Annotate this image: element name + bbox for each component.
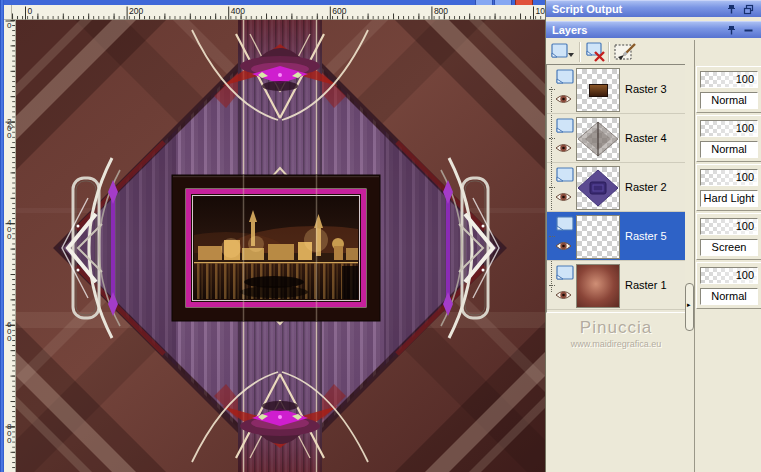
raster-layer-icon [556, 167, 575, 183]
ruler-label: 0 [7, 23, 14, 30]
layer-link-stub [549, 89, 555, 90]
opacity-slider[interactable]: 100 [700, 218, 758, 235]
script-output-title: Script Output [552, 3, 622, 15]
chevron-right-icon: ▸ [687, 301, 691, 308]
ruler-label: 400 [7, 220, 14, 240]
edit-selection-icon[interactable] [612, 41, 638, 63]
layer-controls-raster5: 100 Screen [696, 213, 761, 260]
raster-layer-icon [556, 265, 575, 281]
opacity-slider[interactable]: 100 [700, 169, 758, 186]
image-window: 0 200 400 600 800 1000 [0, 0, 546, 472]
ruler-label: 600 [7, 322, 14, 342]
layer-name: Raster 2 [625, 181, 667, 193]
blend-mode-dropdown[interactable]: Normal [700, 141, 758, 158]
opacity-value: 100 [736, 122, 754, 134]
layer-controls-raster1: 100 Normal [696, 262, 761, 309]
canvas-artwork[interactable] [16, 20, 545, 472]
collapse-icon[interactable] [743, 25, 754, 36]
layer-link-stub [549, 285, 555, 286]
watermark-site: www.maidiregrafica.eu [546, 339, 686, 349]
visibility-eye-icon[interactable] [555, 93, 572, 105]
visibility-eye-icon[interactable] [555, 240, 572, 252]
blend-mode-dropdown[interactable]: Normal [700, 92, 758, 109]
layer-row-raster2[interactable]: Raster 2 [547, 163, 685, 212]
raster-layer-icon [556, 118, 575, 134]
layer-link-stub [549, 236, 555, 237]
new-layer-icon[interactable] [549, 41, 575, 63]
svg-text:0: 0 [28, 6, 33, 16]
raster-layer-icon [556, 69, 575, 85]
layer-row-raster5-selected[interactable]: Raster 5 [547, 212, 685, 261]
visibility-eye-icon[interactable] [555, 142, 572, 154]
svg-text:800: 800 [434, 6, 448, 16]
layer-controls-raster2: 100 Hard Light [696, 164, 761, 211]
ruler-corner [4, 5, 12, 20]
layers-titlebar[interactable]: Layers [546, 21, 761, 38]
ruler-label: 800 [7, 424, 14, 444]
svg-text:600: 600 [332, 6, 346, 16]
opacity-value: 100 [736, 269, 754, 281]
thumb-gray-ornament [577, 118, 619, 160]
svg-text:400: 400 [231, 6, 245, 16]
layer-controls-raster4: 100 Normal [696, 115, 761, 162]
opacity-value: 100 [736, 220, 754, 232]
layer-name: Raster 4 [625, 132, 667, 144]
toolbar-separator [608, 42, 610, 62]
layer-link-stub [549, 138, 555, 139]
layer-name: Raster 3 [625, 83, 667, 95]
delete-layer-icon[interactable] [583, 41, 609, 63]
layer-row-raster3[interactable]: Raster 3 [547, 65, 685, 114]
layers-title: Layers [552, 24, 587, 36]
opacity-value: 100 [736, 171, 754, 183]
app-screen: 0 200 400 600 800 1000 [0, 0, 761, 472]
layer-thumbnail[interactable] [576, 68, 620, 112]
vertical-ruler: 0 200 400 600 800 [4, 20, 16, 472]
thumb-bronze-frame [589, 84, 608, 97]
layer-link-stub [549, 187, 555, 188]
opacity-value: 100 [736, 73, 754, 85]
layers-toolbar [546, 40, 685, 64]
thumb-red-gradient [577, 265, 619, 307]
horizontal-ruler: 0 200 400 600 800 1000 [12, 5, 545, 20]
pin-icon[interactable] [726, 25, 737, 36]
script-output-titlebar[interactable]: Script Output [546, 0, 761, 17]
svg-text:200: 200 [129, 6, 143, 16]
layer-name: Raster 1 [625, 279, 667, 291]
raster-layer-icon [556, 216, 575, 232]
panel-splitter[interactable]: ▸ [685, 40, 695, 472]
palette-panel: Script Output Layers [546, 0, 761, 472]
opacity-slider[interactable]: 100 [700, 120, 758, 137]
layer-thumbnail[interactable] [576, 166, 620, 210]
opacity-slider[interactable]: 100 [700, 267, 758, 284]
watermark: Pinuccia www.maidiregrafica.eu [546, 318, 686, 349]
toolbar-separator [579, 42, 581, 62]
layer-row-raster4[interactable]: Raster 4 [547, 114, 685, 163]
blend-mode-dropdown[interactable]: Hard Light [700, 190, 758, 207]
visibility-eye-icon[interactable] [555, 289, 572, 301]
visibility-eye-icon[interactable] [555, 191, 572, 203]
blend-mode-dropdown[interactable]: Normal [700, 288, 758, 305]
layer-thumbnail[interactable] [576, 264, 620, 308]
splitter-handle[interactable]: ▸ [685, 283, 694, 331]
ruler-label: 200 [7, 119, 14, 139]
layer-thumbnail[interactable] [576, 117, 620, 161]
opacity-slider[interactable]: 100 [700, 71, 758, 88]
thumb-purple-diamond [577, 167, 619, 209]
blend-mode-dropdown[interactable]: Screen [700, 239, 758, 256]
layer-row-raster1[interactable]: Raster 1 [547, 261, 685, 310]
layer-list: Raster 3 [546, 64, 686, 313]
layer-name: Raster 5 [625, 230, 667, 242]
pin-icon[interactable] [726, 4, 737, 15]
layer-controls-raster3: 100 Normal [696, 66, 761, 113]
watermark-name: Pinuccia [546, 318, 686, 338]
float-icon[interactable] [743, 4, 754, 15]
layer-thumbnail[interactable] [576, 215, 620, 259]
svg-text:1000: 1000 [536, 6, 546, 16]
